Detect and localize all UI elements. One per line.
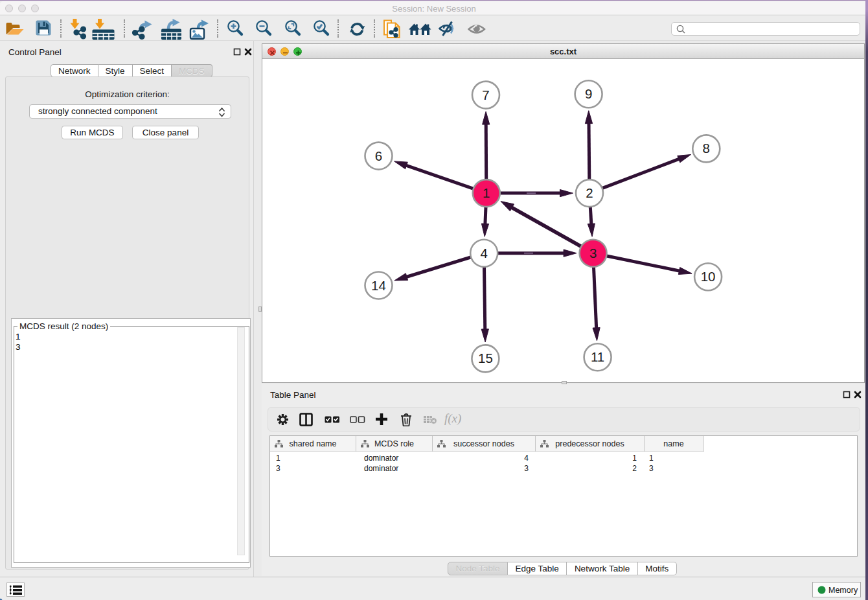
svg-text:11: 11 bbox=[591, 349, 604, 364]
svg-text:15: 15 bbox=[478, 351, 493, 365]
svg-text:3: 3 bbox=[589, 246, 597, 260]
svg-text:8: 8 bbox=[703, 141, 710, 156]
svg-text:14: 14 bbox=[371, 278, 386, 293]
svg-text:4: 4 bbox=[480, 246, 487, 260]
svg-text:2: 2 bbox=[586, 185, 593, 200]
svg-text:1: 1 bbox=[483, 185, 490, 200]
svg-text:7: 7 bbox=[482, 87, 489, 102]
svg-text:9: 9 bbox=[585, 86, 592, 101]
svg-text:10: 10 bbox=[701, 269, 716, 284]
svg-text:6: 6 bbox=[375, 148, 382, 163]
